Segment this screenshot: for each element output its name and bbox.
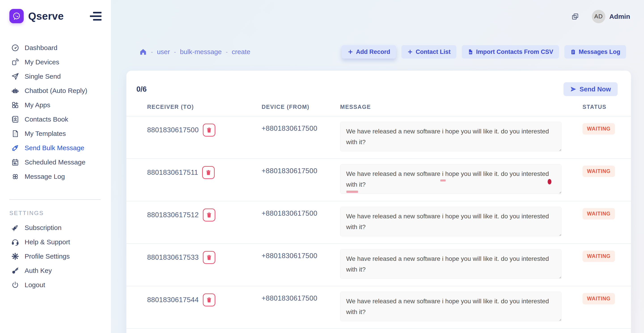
table-row: 8801830617533 +8801830617500 We have rel…: [126, 244, 631, 286]
breadcrumb-separator: -: [174, 48, 176, 55]
device-number: +8801830617500: [262, 294, 340, 302]
col-header-device: DEVICE (FROM): [262, 104, 340, 110]
sidebar-item-message-log[interactable]: Message Log: [0, 169, 111, 184]
breadcrumb: - user - bulk-message - create: [139, 48, 250, 56]
contact-list-button[interactable]: Contact List: [402, 45, 456, 58]
sidebar-item-label: Logout: [24, 281, 45, 289]
admin-label[interactable]: Admin: [609, 13, 630, 20]
sidebar-item-chatbot[interactable]: Chatbot (Auto Reply): [0, 84, 111, 98]
message-textarea[interactable]: We have released a new software i hope y…: [340, 207, 562, 236]
messages-log-button[interactable]: Messages Log: [564, 45, 626, 58]
trash-icon: [205, 169, 212, 176]
sidebar-item-label: Dashboard: [24, 44, 58, 52]
status-badge: WAITING: [582, 251, 615, 262]
button-label: Contact List: [416, 48, 450, 55]
message-textarea[interactable]: We have released a new software i hope y…: [340, 292, 562, 321]
sidebar-item-single-send[interactable]: Single Send: [0, 69, 111, 84]
sidebar-item-label: Chatbot (Auto Reply): [24, 87, 87, 94]
breadcrumb-separator: -: [226, 48, 228, 55]
status-badge: WAITING: [582, 293, 615, 304]
delete-row-button[interactable]: [203, 294, 215, 307]
card-header: 0/6 Send Now: [126, 71, 631, 104]
button-label: Send Now: [580, 86, 611, 93]
add-record-button[interactable]: Add Record: [342, 45, 396, 58]
col-header-receiver: RECEIVER (TO): [147, 104, 262, 110]
address-book-icon: [11, 115, 19, 123]
sidebar-item-send-bulk-message[interactable]: Send Bulk Message: [0, 141, 111, 155]
breadcrumb-actions-row: - user - bulk-message - create Add Recor…: [111, 33, 644, 58]
device-signal-icon: [11, 58, 19, 66]
button-label: Messages Log: [579, 48, 620, 55]
sidebar-item-profile-settings[interactable]: Profile Settings: [0, 249, 111, 264]
receiver-number: 8801830617511: [147, 169, 198, 177]
sidebar-item-scheduled-message[interactable]: Scheduled Message: [0, 155, 111, 169]
whatsapp-logo-icon: [10, 9, 24, 23]
sidebar-item-subscription[interactable]: Subscription: [0, 221, 111, 235]
sidebar-item-contacts-book[interactable]: Contacts Book: [0, 112, 111, 126]
table-row: 8801830617512 +8801830617500 We have rel…: [126, 201, 631, 244]
svg-text:csv: csv: [470, 52, 471, 53]
sidebar-item-help-support[interactable]: Help & Support: [0, 235, 111, 249]
csv-file-icon: csv: [468, 49, 474, 55]
robot-icon: [11, 87, 19, 95]
bulk-message-card: 0/6 Send Now RECEIVER (TO) DEVICE (FROM)…: [126, 71, 631, 333]
table-row: 8801830617500 +8801830617500 We have rel…: [126, 116, 631, 159]
breadcrumb-segment-create[interactable]: create: [232, 48, 250, 56]
sidebar-item-label: Auth Key: [24, 267, 52, 275]
sidebar-item-label: Subscription: [24, 224, 62, 232]
topbar: AD Admin: [111, 0, 644, 33]
device-number: +8801830617500: [262, 252, 340, 260]
device-number: +8801830617500: [262, 124, 340, 133]
sidebar-item-label: My Devices: [24, 58, 59, 66]
message-textarea[interactable]: We have released a new software i hope y…: [340, 164, 562, 194]
breadcrumb-segment-bulk-message[interactable]: bulk-message: [180, 48, 222, 56]
message-log-icon: [11, 173, 19, 181]
paper-plane-icon: [11, 72, 19, 80]
trash-icon: [206, 254, 212, 261]
sidebar-item-auth-key[interactable]: Auth Key: [0, 264, 111, 278]
receiver-number: 8801830617500: [147, 126, 199, 134]
button-label: Add Record: [356, 48, 390, 55]
settings-section-title: SETTINGS: [10, 210, 111, 217]
plus-icon: [407, 49, 413, 55]
header-actions: Add Record Contact List csv Import Conta…: [342, 45, 626, 58]
sidebar-item-label: Scheduled Message: [24, 158, 86, 166]
sidebar-item-dashboard[interactable]: Dashboard: [0, 41, 111, 55]
sidebar-item-label: Help & Support: [24, 238, 70, 246]
hamburger-menu-icon[interactable]: [90, 12, 102, 20]
trash-icon: [206, 127, 212, 133]
delete-row-button[interactable]: [203, 209, 215, 222]
col-header-message: MESSAGE: [340, 104, 582, 110]
progress-counter: 0/6: [136, 85, 147, 93]
sidebar-item-logout[interactable]: Logout: [0, 278, 111, 292]
document-template-icon: [11, 130, 19, 138]
send-now-button[interactable]: Send Now: [564, 82, 618, 96]
sidebar: Qserve Dashboard My Devices Single Send …: [0, 0, 111, 333]
table-header-row: RECEIVER (TO) DEVICE (FROM) MESSAGE STAT…: [126, 104, 631, 116]
message-textarea[interactable]: We have released a new software i hope y…: [340, 122, 562, 151]
home-icon[interactable]: [139, 48, 147, 56]
table-row: 8801830617511 +8801830617500 We have rel…: [126, 159, 631, 201]
delete-row-button[interactable]: [203, 251, 215, 264]
avatar[interactable]: AD: [592, 10, 605, 23]
power-icon: [11, 281, 19, 289]
delete-row-button[interactable]: [202, 166, 215, 179]
rocket-filled-icon: [11, 224, 19, 232]
brand-name: Qserve: [28, 10, 64, 22]
delete-row-button[interactable]: [203, 124, 215, 137]
trash-icon: [206, 212, 212, 218]
sidebar-item-my-templates[interactable]: My Templates: [0, 126, 111, 141]
message-textarea[interactable]: We have released a new software i hope y…: [340, 249, 562, 279]
copy-icon[interactable]: [571, 13, 579, 20]
sidebar-item-label: Send Bulk Message: [24, 144, 84, 152]
import-contacts-csv-button[interactable]: csv Import Contacts From CSV: [462, 45, 559, 58]
sidebar-item-my-apps[interactable]: My Apps: [0, 98, 111, 112]
breadcrumb-segment-user[interactable]: user: [157, 48, 170, 56]
spellcheck-indicator-dot: [548, 179, 552, 184]
device-number: +8801830617500: [262, 167, 340, 175]
sidebar-item-my-devices[interactable]: My Devices: [0, 55, 111, 69]
status-badge: WAITING: [582, 166, 615, 177]
rocket-icon: [11, 144, 19, 152]
calendar-icon: [11, 158, 19, 166]
dashboard-gauge-icon: [11, 44, 19, 52]
